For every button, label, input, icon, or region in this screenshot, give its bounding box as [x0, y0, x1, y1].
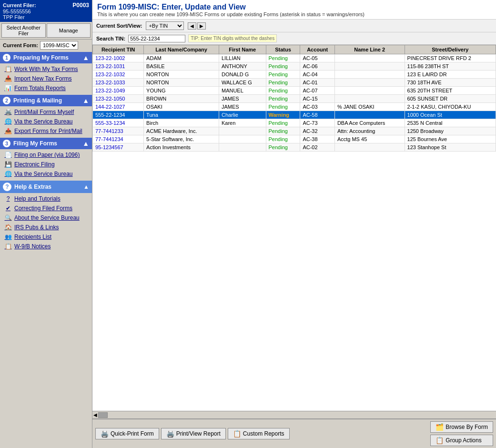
export-icon: 📤 [4, 127, 12, 135]
sidebar-item-export-forms[interactable]: 📤 Export Forms for Print/Mail [0, 126, 92, 136]
cell-street: 2-1-2 KASU, CHIYODA-KU [405, 103, 496, 111]
cell-street: 635 20TH STREET [405, 87, 496, 95]
search-tin-label: Search TIN: [96, 36, 125, 41]
cell-street: PINECREST DRIVE RFD 2 [405, 54, 496, 62]
cell-account: AC-06 [300, 62, 334, 71]
paper-icon: 📄 [4, 151, 12, 159]
group-actions-button[interactable]: 📋 Group Actions [430, 435, 493, 446]
table-row[interactable]: 144-22-1027 OSAKI JAMES Pending AC-03 % … [93, 103, 496, 111]
cell-lastname: NORTON [144, 79, 219, 87]
cell-lastname: Action Investments [144, 143, 219, 152]
section3-items: 📄 Filing on Paper (via 1096) 💾 Electroni… [0, 149, 92, 180]
sidebar-item-irs-pubs[interactable]: 🏠 IRS Pubs & Links [0, 223, 92, 232]
print-view-report-button[interactable]: 🖨️ Print/View Report [161, 428, 226, 439]
sidebar-item-help-tutorials[interactable]: ? Help and Tutorials [0, 194, 92, 204]
cell-lastname: NORTON [144, 71, 219, 79]
search-tin-input[interactable]: 555-22-1234 [128, 35, 185, 42]
cell-lastname: BROWN [144, 95, 219, 103]
browse-by-form-button[interactable]: 🗂️ Browse By Form [430, 421, 493, 433]
cell-account: AC-01 [300, 79, 334, 87]
table-row[interactable]: 123-22-1049 YOUNG MANUEL Pending AC-07 6… [93, 87, 496, 95]
cell-status: Pending [266, 119, 300, 127]
sidebar-item-via-service-bureau-file[interactable]: 🌐 Via the Service Bureau [0, 169, 92, 179]
current-filer-label: Current Filer: [3, 2, 36, 8]
cell-firstname [219, 143, 266, 152]
section1-title: Preparing My Forms [13, 54, 82, 61]
table-row[interactable]: 123-22-1033 NORTON WALLACE G Pending AC-… [93, 79, 496, 87]
select-another-filer-button[interactable]: Select Another Filer [1, 23, 46, 38]
cell-firstname: JAMES [219, 95, 266, 103]
cell-tin: 77-7441234 [93, 135, 144, 143]
sidebar-item-filing-on-paper[interactable]: 📄 Filing on Paper (via 1096) [0, 150, 92, 160]
table-row[interactable]: 77-7441234 5-Star Software, Inc. Pending… [93, 135, 496, 143]
h-scroll-left-btn[interactable]: ◀ [93, 412, 97, 417]
current-form-label: Current Form: [3, 42, 38, 48]
sidebar-item-w9b-notices[interactable]: 📋 W-9/B Notices [0, 242, 92, 251]
cell-nameline2 [334, 54, 405, 62]
work-tax-icon: 📋 [4, 65, 12, 73]
sidebar-item-about-service-bureau[interactable]: 🔍 About the Service Bureau [0, 213, 92, 223]
bottom-bar: 🖨️ Quick-Print Form 🖨️ Print/View Report… [92, 418, 496, 448]
table-row[interactable]: 77-7441233 ACME Hardware, Inc. Pending A… [93, 127, 496, 135]
nav-next-button[interactable]: ▶ [197, 22, 206, 30]
help-arrow: ▲ [83, 183, 89, 190]
cell-tin: 123-22-1032 [93, 71, 144, 79]
manage-button[interactable]: Manage [47, 23, 91, 38]
cell-status: Warning [266, 111, 300, 119]
sidebar-item-correcting-forms[interactable]: ✔ Correcting Filed Forms [0, 204, 92, 213]
sidebar-item-form-totals-reports[interactable]: 📊 Form Totals Reports [0, 83, 92, 93]
sidebar-item-import-new-tax-forms[interactable]: 📥 Import New Tax Forms [0, 74, 92, 83]
h-scrollbar[interactable] [98, 412, 108, 418]
table-row[interactable]: 555-22-1234 Tuna Charlie Warning AC-58 1… [93, 111, 496, 119]
sort-view-select[interactable]: +By TIN By Name By Status By Account [146, 21, 184, 30]
current-form-select[interactable]: 1099-MISC [40, 41, 78, 50]
nav-prev-button[interactable]: ◀ [188, 22, 196, 30]
sidebar-item-via-service-bureau-print[interactable]: 🌐 Via the Service Bureau [0, 117, 92, 126]
cell-firstname: ANTHONY [219, 62, 266, 71]
cell-street: 123 Stanhope St [405, 143, 496, 152]
cell-nameline2 [334, 95, 405, 103]
recipients-table: Recipient TIN Last Name/Company First Na… [92, 45, 496, 152]
cell-tin: 123-22-1050 [93, 95, 144, 103]
sidebar-item-print-mail-myself[interactable]: 🖨️ Print/Mail Forms Myself [0, 107, 92, 117]
section2-header[interactable]: 2 Printing & Mailing ▲ [0, 95, 92, 106]
table-row[interactable]: 123-22-1032 NORTON DONALD G Pending AC-0… [93, 71, 496, 79]
col-header-status: Status [266, 45, 300, 54]
recipients-icon: 👥 [4, 233, 12, 241]
toolbar: Current Sort/View: +By TIN By Name By St… [92, 20, 496, 32]
cell-lastname: Birch [144, 119, 219, 127]
col-header-tin: Recipient TIN [93, 45, 144, 54]
table-header-row: Recipient TIN Last Name/Company First Na… [93, 45, 496, 54]
cell-account: AC-03 [300, 103, 334, 111]
table-row[interactable]: 555-33-1234 Birch Karen Pending AC-73 DB… [93, 119, 496, 127]
sidebar-item-recipients-list[interactable]: 👥 Recipients List [0, 232, 92, 242]
cell-tin: 95-1234567 [93, 143, 144, 152]
cell-account: AC-58 [300, 111, 334, 119]
section1-header[interactable]: 1 Preparing My Forms ▲ [0, 52, 92, 63]
correcting-icon: ✔ [4, 204, 12, 212]
section3-header[interactable]: 3 Filing My Forms ▲ [0, 138, 92, 149]
sidebar-item-electronic-filing[interactable]: 💾 Electronic Filing [0, 160, 92, 169]
table-row[interactable]: 123-22-1002 ADAM LILLIAN Pending AC-05 P… [93, 54, 496, 62]
help-section-header[interactable]: ? Help & Extras ▲ [0, 181, 92, 193]
section2-arrow: ▲ [82, 97, 89, 104]
section2-num: 2 [3, 97, 10, 104]
quick-print-button[interactable]: 🖨️ Quick-Print Form [95, 428, 159, 439]
table-row[interactable]: 123-22-1031 BASILE ANTHONY Pending AC-06… [93, 62, 496, 71]
cell-lastname: BASILE [144, 62, 219, 71]
nav-buttons: ◀ ▶ [188, 22, 206, 30]
cell-firstname [219, 135, 266, 143]
sidebar-item-work-with-tax-forms[interactable]: 📋 Work With My Tax Forms [0, 64, 92, 74]
table-row[interactable]: 95-1234567 Action Investments Pending AC… [93, 143, 496, 152]
cell-street: 2535 N Central [405, 119, 496, 127]
electronic-icon: 💾 [4, 161, 12, 168]
cell-nameline2: % JANE OSAKI [334, 103, 405, 111]
cell-firstname: WALLACE G [219, 79, 266, 87]
cell-firstname: JAMES [219, 103, 266, 111]
col-header-firstname: First Name [219, 45, 266, 54]
custom-reports-button[interactable]: 📋 Custom Reports [228, 428, 290, 439]
section1-num: 1 [3, 54, 10, 61]
custom-reports-icon: 📋 [233, 430, 241, 438]
col-header-nameline2: Name Line 2 [334, 45, 405, 54]
table-row[interactable]: 123-22-1050 BROWN JAMES Pending AC-15 60… [93, 95, 496, 103]
